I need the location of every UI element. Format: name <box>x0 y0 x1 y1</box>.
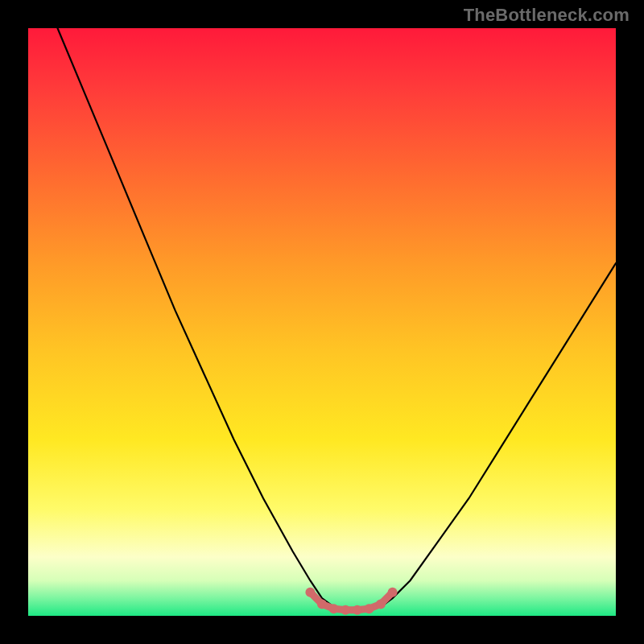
marker-point <box>353 605 362 615</box>
marker-point <box>305 588 315 597</box>
marker-point <box>364 604 374 613</box>
watermark-label: TheBottleneck.com <box>464 5 630 26</box>
marker-point <box>388 588 398 597</box>
chart-frame: TheBottleneck.com <box>0 0 644 644</box>
bottom-markers <box>305 588 397 615</box>
plot-area <box>28 28 616 616</box>
curve-layer <box>28 28 616 616</box>
marker-point <box>341 605 350 615</box>
marker-point <box>329 604 339 613</box>
marker-point <box>376 599 386 609</box>
marker-point <box>317 599 327 609</box>
bottleneck-curve <box>58 28 617 610</box>
